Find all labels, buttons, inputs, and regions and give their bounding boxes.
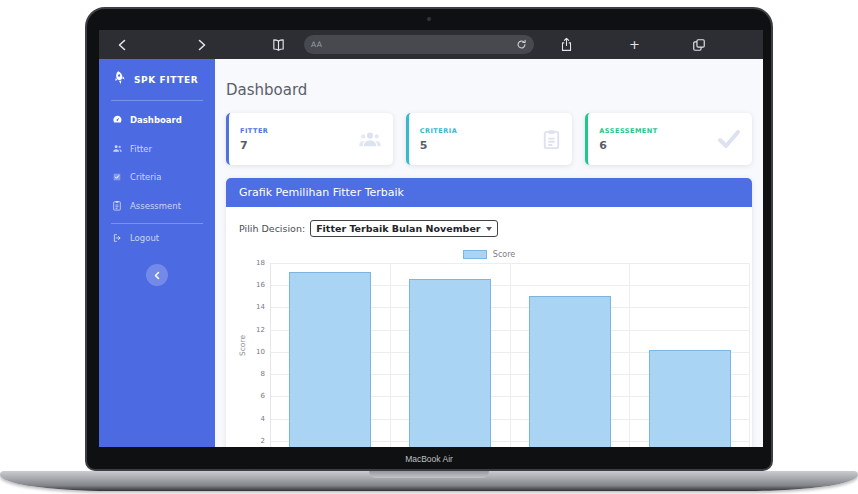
tab-overview-icon[interactable]: [692, 38, 706, 52]
y-tick-label: 12: [256, 326, 265, 334]
chart-category: [391, 263, 511, 447]
clipboard-icon: [542, 128, 561, 150]
sidebar-item-label: Logout: [130, 233, 159, 243]
sidebar-item-label: Fitter: [130, 144, 152, 154]
back-icon[interactable]: [117, 39, 127, 51]
sidebar-nav: Dashboard Fitter Criteria: [99, 101, 215, 252]
check-icon: [717, 129, 741, 149]
device-label: MacBook Air: [87, 454, 771, 464]
sidebar-item-assessment[interactable]: Assessment: [99, 191, 215, 220]
clipboard-icon: [112, 200, 123, 211]
new-tab-icon[interactable]: +: [629, 37, 640, 52]
y-tick-label: 16: [256, 281, 265, 289]
rocket-icon: [110, 69, 130, 92]
sidebar-item-label: Dashboard: [130, 115, 182, 125]
share-icon[interactable]: [560, 37, 573, 52]
legend-label: Score: [493, 250, 515, 259]
sidebar-collapse-button[interactable]: [146, 264, 168, 286]
chart-panel: Grafik Pemilihan Fitter Terbaik Pilih De…: [226, 178, 752, 447]
laptop-mockup: AA +: [0, 0, 858, 494]
bar-chart: Score 18161412108642: [226, 263, 752, 447]
sidebar-item-fitter[interactable]: Fitter: [99, 134, 215, 163]
sidebar-item-logout[interactable]: Logout: [99, 224, 215, 252]
decision-row: Pilih Decision: Fitter Terbaik Bulan Nov…: [226, 207, 752, 237]
laptop-screen: AA +: [99, 30, 763, 447]
stat-card-label: FITTER: [240, 127, 268, 135]
gauge-icon: [112, 114, 123, 125]
laptop-base: [0, 471, 858, 491]
laptop-bezel: AA +: [85, 7, 773, 471]
stat-cards: FITTER 7 CRITERIA 5: [226, 113, 752, 165]
users-group-icon: [358, 128, 382, 150]
stat-card-assessment: ASSESSEMENT 6: [585, 113, 752, 165]
stat-card-value: 5: [420, 139, 458, 152]
chart-panel-title: Grafik Pemilihan Fitter Terbaik: [226, 178, 752, 207]
stat-card-value: 6: [599, 139, 657, 152]
legend-swatch: [463, 250, 487, 259]
main-content: Dashboard FITTER 7: [215, 59, 763, 447]
browser-toolbar: AA +: [99, 30, 763, 59]
laptop-lid-notch: [369, 471, 489, 478]
chart-category: [511, 263, 631, 447]
chart-plot: [270, 263, 750, 447]
bar[interactable]: [649, 350, 731, 447]
chart-category: [630, 263, 750, 447]
page-title: Dashboard: [226, 81, 752, 99]
webcam-dot: [427, 17, 431, 21]
forward-icon[interactable]: [197, 39, 207, 51]
sidebar-item-criteria[interactable]: Criteria: [99, 163, 215, 191]
logout-icon: [112, 233, 123, 243]
stat-card-fitter: FITTER 7: [226, 113, 393, 165]
y-axis-title: Score: [238, 263, 248, 447]
stat-card-label: ASSESSEMENT: [599, 127, 657, 135]
decision-label: Pilih Decision:: [239, 223, 305, 234]
sidebar: SPK FITTER Dashboard: [99, 59, 215, 447]
bar[interactable]: [289, 272, 371, 447]
bar[interactable]: [409, 279, 491, 447]
chevron-down-icon: [486, 227, 492, 231]
chart-panel-body: Pilih Decision: Fitter Terbaik Bulan Nov…: [226, 207, 752, 447]
users-icon: [112, 143, 123, 154]
brand-name: SPK FITTER: [134, 75, 198, 85]
bookmarks-icon[interactable]: [271, 38, 286, 52]
brand[interactable]: SPK FITTER: [99, 59, 215, 100]
reader-aa-icon[interactable]: AA: [311, 40, 322, 49]
y-tick-label: 2: [261, 437, 265, 445]
check-square-icon: [112, 172, 123, 182]
chart-legend[interactable]: Score: [226, 250, 752, 259]
decision-select[interactable]: Fitter Terbaik Bulan November: [310, 220, 497, 237]
spk-fitter-app: SPK FITTER Dashboard: [99, 59, 763, 447]
y-tick-label: 14: [256, 303, 265, 311]
sidebar-item-label: Assessment: [130, 201, 181, 211]
reload-icon[interactable]: [516, 39, 527, 50]
y-tick-label: 18: [256, 259, 265, 267]
chart-category: [271, 263, 391, 447]
y-tick-label: 4: [261, 415, 265, 423]
chart-yaxis: 18161412108642: [248, 263, 270, 447]
sidebar-item-dashboard[interactable]: Dashboard: [99, 105, 215, 134]
stat-card-value: 7: [240, 139, 268, 152]
stat-card-criteria: CRITERIA 5: [406, 113, 573, 165]
y-tick-label: 10: [256, 348, 265, 356]
bar[interactable]: [529, 296, 611, 447]
y-tick-label: 8: [261, 370, 265, 378]
y-tick-label: 6: [261, 392, 265, 400]
address-bar[interactable]: AA: [304, 35, 534, 54]
sidebar-item-label: Criteria: [130, 172, 161, 182]
decision-select-value: Fitter Terbaik Bulan November: [316, 223, 480, 234]
stat-card-label: CRITERIA: [420, 127, 458, 135]
